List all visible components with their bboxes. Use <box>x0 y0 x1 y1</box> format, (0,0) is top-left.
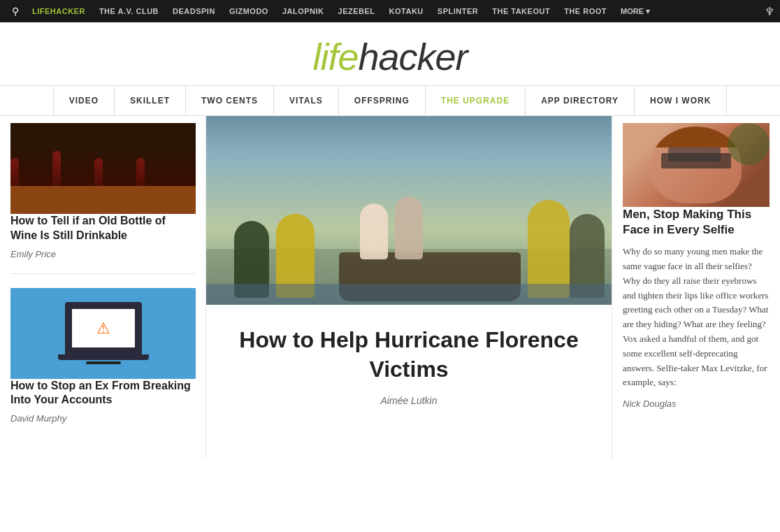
figure-vest-2 <box>528 200 570 298</box>
logo-bar: lifehacker <box>0 22 780 85</box>
right-article-author: Nick Douglas <box>623 398 770 409</box>
nav-deadspin[interactable]: DEADSPIN <box>166 7 222 15</box>
left-column: How to Tell if an Old Bottle of Wine Is … <box>0 116 206 459</box>
nav-gizmodo[interactable]: GIZMODO <box>222 7 275 15</box>
article-author-wine: Emily Price <box>10 249 195 259</box>
nav-jezebel[interactable]: JEZEBEL <box>331 7 382 15</box>
article-title-wine[interactable]: How to Tell if an Old Bottle of Wine Is … <box>10 214 195 243</box>
nav-root[interactable]: THE ROOT <box>557 7 614 15</box>
article-author-laptop: David Murphy <box>10 413 195 424</box>
nav-splinter[interactable]: SPLINTER <box>431 7 485 15</box>
logo-life: life <box>312 36 358 78</box>
nav-jalopnik[interactable]: JALOPNIK <box>275 7 331 15</box>
wine-table-decor <box>10 186 196 214</box>
center-article-author: Aimée Lutkin <box>234 395 584 406</box>
nav-kotaku[interactable]: KOTAKU <box>382 7 431 15</box>
logo-hacker: hacker <box>358 36 467 78</box>
subnav-offspring[interactable]: OFFSPRING <box>339 86 426 115</box>
article-card-wine: How to Tell if an Old Bottle of Wine Is … <box>10 123 195 274</box>
subnav-two-cents[interactable]: TWO CENTS <box>186 86 274 115</box>
people-silhouette <box>10 144 196 186</box>
user-icon[interactable]: ♆ <box>765 5 774 18</box>
right-article-body: Why do so many young men make the same v… <box>623 245 770 390</box>
nav-more[interactable]: MORE ▾ <box>614 7 657 16</box>
center-article-info: How to Help Hurricane Florence Victims A… <box>206 305 612 427</box>
laptop-screen: ⚠ <box>72 309 135 347</box>
article-image-laptop[interactable]: ⚠ <box>10 288 196 379</box>
subnav-vitals[interactable]: VITALS <box>274 86 339 115</box>
laptop-foot <box>86 361 121 364</box>
nav-takeout[interactable]: THE TAKEOUT <box>485 7 557 15</box>
subnav-how-i-work[interactable]: HOW I WORK <box>635 86 727 115</box>
site-logo[interactable]: lifehacker <box>0 35 780 78</box>
article-image-florence[interactable] <box>206 116 612 305</box>
article-image-man[interactable] <box>623 123 770 207</box>
search-icon[interactable]: ⚲ <box>6 6 25 17</box>
laptop-body: ⚠ <box>65 302 142 354</box>
article-image-wine[interactable] <box>10 123 196 214</box>
warning-icon: ⚠ <box>96 319 110 338</box>
sub-navigation: VIDEO SKILLET TWO CENTS VITALS OFFSPRING… <box>0 85 780 116</box>
center-column: How to Help Hurricane Florence Victims A… <box>206 116 612 459</box>
nav-lifehacker[interactable]: LIFEHACKER <box>25 7 92 15</box>
plant <box>728 123 770 165</box>
glasses <box>661 153 731 168</box>
article-card-laptop: ⚠ How to Stop an Ex From Breaking Into Y… <box>10 288 195 438</box>
right-article-title[interactable]: Men, Stop Making This Face in Every Self… <box>623 207 770 238</box>
right-column: Men, Stop Making This Face in Every Self… <box>612 116 780 459</box>
figure-3 <box>395 196 423 259</box>
subnav-skillet[interactable]: SKILLET <box>115 86 186 115</box>
top-navigation: ⚲ LIFEHACKER THE A.V. CLUB DEADSPIN GIZM… <box>0 0 780 22</box>
subnav-video[interactable]: VIDEO <box>53 86 115 115</box>
main-content: How to Tell if an Old Bottle of Wine Is … <box>0 116 780 459</box>
center-article-title[interactable]: How to Help Hurricane Florence Victims <box>234 326 584 384</box>
subnav-app-directory[interactable]: APP DIRECTORY <box>526 86 635 115</box>
water <box>206 284 612 305</box>
subnav-upgrade[interactable]: THE UPGRADE <box>426 86 526 115</box>
top-nav-links: LIFEHACKER THE A.V. CLUB DEADSPIN GIZMOD… <box>25 7 765 16</box>
laptop-base <box>58 354 149 360</box>
nav-av-club[interactable]: THE A.V. CLUB <box>92 7 166 15</box>
article-title-laptop[interactable]: How to Stop an Ex From Breaking Into You… <box>10 379 195 408</box>
figure-2 <box>360 203 388 259</box>
